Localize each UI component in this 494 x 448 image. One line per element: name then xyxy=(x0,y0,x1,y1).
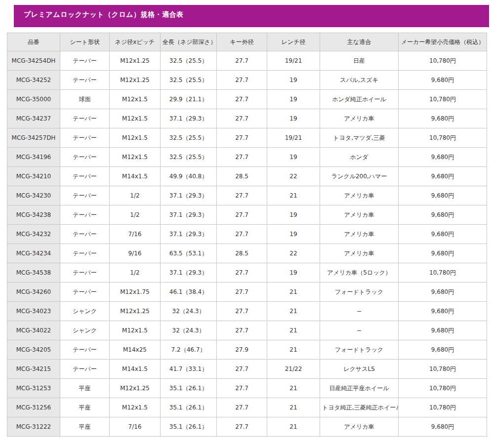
cell-part-number: MCG-34252 xyxy=(7,71,60,90)
cell-key-outer-diameter: 27.7 xyxy=(217,225,267,244)
table-row: MCG-34210テーパーM14x1.549.9（40.8）28.522ランクル… xyxy=(7,167,487,186)
table-row: MCG-31253平座M12x1.2535.1（26.1）27.721日産純正平… xyxy=(7,379,487,398)
cell-main-fitment: レクサスLS xyxy=(320,360,399,379)
cell-total-length: 32.5（25.5） xyxy=(161,71,217,90)
cell-main-fitment: アメリカ車 xyxy=(320,417,399,437)
cell-main-fitment: フォードトラック xyxy=(320,340,399,360)
column-header-thread-pitch: ネジ径xピッチ xyxy=(110,33,161,51)
table-row: MCG-34257DHテーパーM12x1.532.5（25.5）27.719/2… xyxy=(7,128,487,148)
table-row: MCG-34230テーパー1/237.1（29.3）27.721アメリカ車9,6… xyxy=(7,186,487,205)
cell-wrench-diameter: 19 xyxy=(267,109,320,128)
column-header-wrench-diameter: レンチ径 xyxy=(267,33,320,51)
cell-main-fitment: アメリカ車 xyxy=(320,186,399,205)
cell-key-outer-diameter: 27.7 xyxy=(217,148,267,167)
cell-key-outer-diameter: 27.7 xyxy=(217,51,267,71)
cell-main-fitment: アメリカ車 xyxy=(320,244,399,263)
cell-wrench-diameter: 19 xyxy=(267,225,320,244)
cell-thread-pitch: M12x1.25 xyxy=(110,71,161,90)
cell-thread-pitch: M12x1.75 xyxy=(110,283,161,302)
cell-key-outer-diameter: 27.7 xyxy=(217,263,267,283)
cell-seat-shape: 球面 xyxy=(60,90,110,109)
cell-part-number: MCG-34238 xyxy=(7,205,60,225)
cell-key-outer-diameter: 28.5 xyxy=(217,244,267,263)
cell-part-number: MCG-34237 xyxy=(7,109,60,128)
cell-key-outer-diameter: 27.7 xyxy=(217,379,267,398)
cell-wrench-diameter: 22 xyxy=(267,167,320,186)
cell-thread-pitch: M12x1.5 xyxy=(110,109,161,128)
cell-msrp: 9,680円 xyxy=(399,244,487,263)
cell-key-outer-diameter: 28.5 xyxy=(217,167,267,186)
cell-part-number: MCG-31222 xyxy=(7,417,60,437)
cell-key-outer-diameter: 27.7 xyxy=(217,109,267,128)
cell-seat-shape: 平座 xyxy=(60,417,110,437)
cell-part-number: MCG-34210 xyxy=(7,167,60,186)
cell-wrench-diameter: 19 xyxy=(267,263,320,283)
cell-total-length: 63.5（53.1） xyxy=(161,244,217,263)
cell-wrench-diameter: 19 xyxy=(267,205,320,225)
cell-key-outer-diameter: 27.7 xyxy=(217,417,267,437)
cell-main-fitment: トヨタ,マツダ,三菱 xyxy=(320,128,399,148)
cell-key-outer-diameter: 27.7 xyxy=(217,205,267,225)
cell-thread-pitch: M12x1.5 xyxy=(110,398,161,417)
cell-msrp: 10,780円 xyxy=(399,263,487,283)
column-header-msrp: メーカー希望小売価格（税込） xyxy=(399,33,487,51)
cell-msrp: 9,680円 xyxy=(399,225,487,244)
cell-wrench-diameter: 21 xyxy=(267,398,320,417)
cell-wrench-diameter: 21 xyxy=(267,321,320,340)
cell-main-fitment: ホンダ純正ホイール xyxy=(320,90,399,109)
cell-seat-shape: テーパー xyxy=(60,244,110,263)
cell-total-length: 37.1（29.3） xyxy=(161,225,217,244)
table-row: MCG-31256平座M12x1.535.1（26.1）27.721トヨタ純正,… xyxy=(7,398,487,417)
cell-msrp: 9,680円 xyxy=(399,302,487,321)
page-title: プレミアムロックナット（クロム）規格・適合表 xyxy=(24,10,184,18)
table-row: MCG-34254DHテーパーM12x1.2532.5（25.5）27.719/… xyxy=(7,51,487,71)
table-row: MCG-34023シャンクM12x1.2532（24.3）27.721−9,68… xyxy=(7,302,487,321)
table-row: MCG-35000球面M12x1.529.9（21.1）27.719ホンダ純正ホ… xyxy=(7,90,487,109)
cell-seat-shape: テーパー xyxy=(60,167,110,186)
cell-thread-pitch: M12x1.5 xyxy=(110,90,161,109)
cell-wrench-diameter: 22 xyxy=(267,244,320,263)
cell-seat-shape: 平座 xyxy=(60,398,110,417)
cell-key-outer-diameter: 27.7 xyxy=(217,90,267,109)
cell-thread-pitch: M12x1.5 xyxy=(110,321,161,340)
cell-wrench-diameter: 19 xyxy=(267,71,320,90)
cell-part-number: MCG-34230 xyxy=(7,186,60,205)
cell-msrp: 9,680円 xyxy=(399,340,487,360)
cell-part-number: MCG-34234 xyxy=(7,244,60,263)
cell-thread-pitch: M12x1.25 xyxy=(110,51,161,71)
cell-main-fitment: アメリカ車 xyxy=(320,205,399,225)
column-header-key-outer-diameter: キー外径 xyxy=(217,33,267,51)
table-row: MCG-34237テーパーM12x1.537.1（29.3）27.719アメリカ… xyxy=(7,109,487,128)
column-header-total-length: 全長（ネジ部深さ） xyxy=(161,33,217,51)
cell-total-length: 32（24.3） xyxy=(161,321,217,340)
cell-msrp: 9,680円 xyxy=(399,71,487,90)
cell-part-number: MCG-34215 xyxy=(7,360,60,379)
cell-seat-shape: テーパー xyxy=(60,205,110,225)
cell-main-fitment: アメリカ車（5ロック） xyxy=(320,263,399,283)
cell-main-fitment: スバル,スズキ xyxy=(320,71,399,90)
cell-main-fitment: アメリカ車 xyxy=(320,225,399,244)
cell-seat-shape: テーパー xyxy=(60,263,110,283)
cell-seat-shape: テーパー xyxy=(60,128,110,148)
cell-msrp: 9,680円 xyxy=(399,417,487,437)
cell-wrench-diameter: 19/21 xyxy=(267,51,320,71)
cell-thread-pitch: 1/2 xyxy=(110,186,161,205)
cell-seat-shape: テーパー xyxy=(60,186,110,205)
cell-total-length: 37.1（29.3） xyxy=(161,205,217,225)
table-row: MCG-34260テーパーM12x1.7546.1（38.4）27.721フォー… xyxy=(7,283,487,302)
cell-seat-shape: テーパー xyxy=(60,148,110,167)
page: プレミアムロックナット（クロム）規格・適合表 品番 シート形状 ネジ径xピッチ … xyxy=(0,0,494,448)
cell-main-fitment: − xyxy=(320,321,399,340)
cell-seat-shape: テーパー xyxy=(60,283,110,302)
cell-wrench-diameter: 21/22 xyxy=(267,360,320,379)
table-row: MCG-34234テーパー9/1663.5（53.1）28.522アメリカ車9,… xyxy=(7,244,487,263)
cell-part-number: MCG-34196 xyxy=(7,148,60,167)
cell-total-length: 32.5（25.5） xyxy=(161,51,217,71)
cell-part-number: MCG-34022 xyxy=(7,321,60,340)
cell-total-length: 32.5（25.5） xyxy=(161,148,217,167)
cell-main-fitment: ホンダ xyxy=(320,148,399,167)
cell-total-length: 46.1（38.4） xyxy=(161,283,217,302)
cell-main-fitment: アメリカ車 xyxy=(320,109,399,128)
cell-seat-shape: テーパー xyxy=(60,225,110,244)
cell-key-outer-diameter: 27.7 xyxy=(217,128,267,148)
